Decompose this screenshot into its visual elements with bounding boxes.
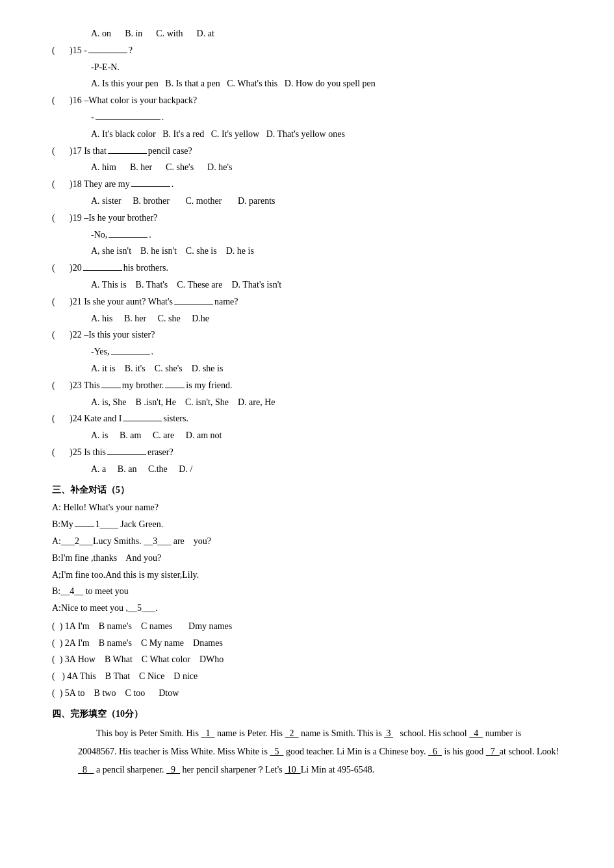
fill-opt-5c: C too (125, 686, 145, 701)
cloze-blank-5: 5 (270, 747, 283, 756)
opt-a: A. it is (91, 361, 116, 377)
fill-opt-row-1: ( ) 1 A I'm B name's C names Dmy names (52, 619, 562, 634)
q16-text: )16 –What color is your backpack? (65, 93, 197, 108)
q21-text: )21 Is she your aunt? What's (65, 294, 173, 310)
q22-text: )22 –Is this your sister? (65, 327, 155, 343)
q15-label: )15 - (65, 43, 87, 58)
speaker-a: A: Hello! What's your name? (52, 500, 159, 515)
blank-20 (83, 262, 122, 271)
q19-answer-row: -No, . (52, 227, 562, 243)
speaker-b2: B:I'm fine ,thanks And you? (52, 551, 161, 566)
question-15-row: ( )15 - ? (52, 43, 562, 58)
q19-dash: -No, (91, 227, 107, 243)
fill-opt-1c: C names (141, 619, 173, 634)
q21-suffix: name? (214, 294, 238, 310)
options-18: A. sister B. brother C. mother D. parent… (52, 193, 562, 209)
q15-suffix: ? (129, 43, 133, 58)
fill-opt-row-2: ( ) 2 A I'm B name's C My name Dnames (52, 636, 562, 651)
question-20-row: ( )20 his brothers. (52, 260, 562, 276)
paren-20: ( (52, 260, 64, 276)
fill-opt-1b: B name's (99, 619, 132, 634)
fill-opt-2b: B name's (99, 636, 132, 651)
opt-d: D. are, He (238, 395, 275, 410)
q24-text: )24 Kate and I (65, 411, 122, 427)
fill-opt-5d: Dtow (159, 686, 179, 701)
opt-b: B. brother (133, 193, 170, 209)
options-22: A. it is B. it's C. she's D. she is (52, 361, 562, 377)
opt-c: C. What's this (227, 76, 277, 92)
paren-21: ( (52, 294, 64, 310)
q16-period: . (162, 110, 164, 125)
opt-b: B. her (124, 311, 146, 327)
opt-a: A. his (91, 311, 112, 327)
q16-dash: - (91, 110, 94, 125)
fill-opt-4b: B That (105, 669, 130, 684)
dialogue-a1: A: Hello! What's your name? (52, 500, 562, 515)
fill-opt-row-4: ( ) 4 A This B That C Nice D nice (52, 669, 562, 684)
d1-text: 1____ Jack Green. (96, 517, 164, 532)
opt-c: C. with (156, 26, 183, 42)
question-18-row: ( )18 They are my . (52, 177, 562, 192)
fill-num-2: ) 2 (55, 636, 70, 651)
cloze-blank-3: 3 (384, 728, 393, 738)
q17-text: )17 Is that (65, 143, 107, 159)
fill-opt-row-5: ( ) 5 A to B two C too Dtow (52, 686, 562, 701)
fill-opt-3b: B What (105, 652, 133, 667)
options-16: A. It's black color B. It's a red C. It'… (52, 127, 562, 142)
q22-period: . (151, 344, 154, 360)
fill-opt-4c: C Nice (139, 669, 164, 684)
blank-18 (131, 178, 170, 187)
fill-opt-row-3: ( ) 3 A How B What C What color DWho (52, 652, 562, 667)
opt-b: B. am (120, 428, 141, 443)
dialogue-a2: A:___2___Lucy Smiths. __3___ are you? (52, 534, 562, 549)
cloze-blank-4: 4 (469, 728, 483, 738)
q17-suffix: pencil case? (148, 143, 192, 159)
opt-d: D. he's (207, 160, 232, 175)
options-24: A. is B. am C. are D. am not (52, 428, 562, 443)
opt-a: A. It's black color (91, 127, 156, 142)
question-17-row: ( )17 Is that pencil case? (52, 143, 562, 159)
options-17: A. him B. her C. she's D. he's (52, 160, 562, 175)
opt-a: A. is (91, 428, 108, 443)
fill-opt-1d: Dmy names (188, 619, 232, 634)
opt-a: A. This is (91, 277, 127, 293)
fill-num-5: ) 5 (55, 686, 70, 701)
opt-b: B. an (118, 462, 137, 477)
blank-21 (174, 295, 213, 304)
q16-answer-blank-row: - . (52, 110, 562, 125)
blank-25 (107, 446, 146, 455)
q18-text: )18 They are my (65, 177, 130, 192)
q18-suffix: . (172, 177, 174, 192)
opt-c: C. are (153, 428, 174, 443)
opt-b: B. That's (136, 277, 168, 293)
fill-opt-1a: A I'm (70, 619, 90, 634)
blank-d1 (75, 518, 94, 527)
opt-d: D. at (197, 26, 214, 42)
question-16-row: ( )16 –What color is your backpack? (52, 93, 562, 108)
opt-b: B. he isn't (140, 243, 177, 259)
opt-b: B. Is that a pen (165, 76, 220, 92)
options-25: A. a B. an C.the D. / (52, 462, 562, 477)
section-3-title: 三、补全对话（5） (52, 482, 562, 498)
fill-opt-3c: C What color (142, 652, 190, 667)
fill-opt-3d: DWho (199, 652, 224, 667)
opt-d: D. How do you spell pen (285, 76, 376, 92)
cloze-blank-9: 9 (166, 765, 180, 775)
q22-dash: -Yes, (91, 344, 110, 360)
paren-18: ( (52, 177, 64, 192)
dialogue-a3: A;I'm fine too.And this is my sister,Lil… (52, 567, 562, 583)
opt-a: A. a (91, 462, 106, 477)
blank-15 (88, 44, 127, 53)
blank-23b (165, 379, 185, 388)
q19-period: . (149, 227, 151, 243)
question-23-row: ( )23 This my brother. is my friend. (52, 378, 562, 393)
fill-opt-2d: Dnames (193, 636, 223, 651)
fill-opt-2a: A I'm (70, 636, 90, 651)
opt-a: A, she isn't (91, 243, 131, 259)
options-row-14: A. on B. in C. with D. at (52, 26, 562, 42)
opt-a: A. is, She (91, 395, 126, 410)
blank-22 (111, 345, 150, 354)
q25-suffix: eraser? (147, 445, 173, 460)
dialogue-b2: B:I'm fine ,thanks And you? (52, 551, 562, 566)
fill-opt-4a: A This (71, 669, 96, 684)
